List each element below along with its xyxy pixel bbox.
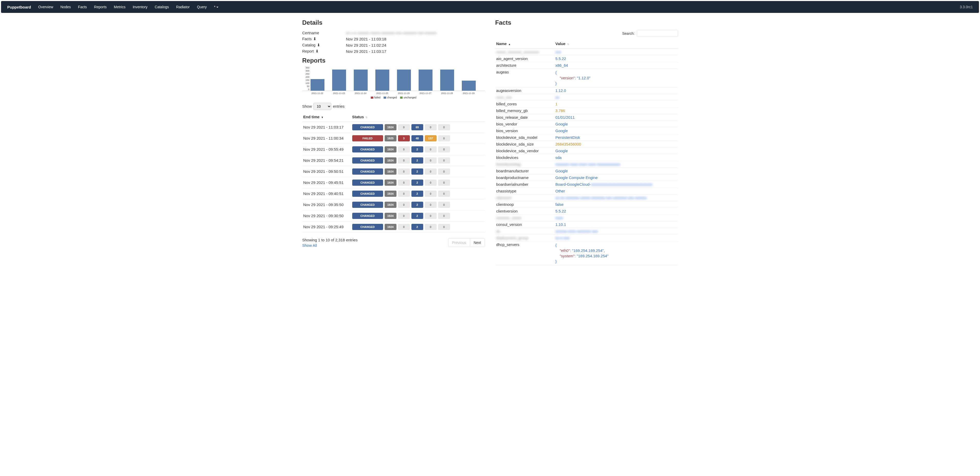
count-badge[interactable]: 1924: [385, 179, 396, 186]
count-badge[interactable]: 0: [438, 135, 450, 141]
fact-value[interactable]: 1.12.0: [554, 87, 678, 94]
chart-bar[interactable]: [462, 81, 476, 91]
fact-value[interactable]: xx: [554, 94, 678, 101]
count-badge[interactable]: 1924: [385, 224, 396, 230]
legend-item[interactable]: unchanged: [400, 96, 417, 99]
chart-bar[interactable]: [332, 70, 346, 91]
fact-value[interactable]: 5.5.22: [554, 55, 678, 62]
count-badge[interactable]: 0: [438, 168, 450, 175]
count-badge[interactable]: 0: [425, 224, 437, 230]
fact-name[interactable]: blockdevice_sda_model: [495, 134, 554, 141]
count-badge[interactable]: 0: [425, 202, 437, 208]
end-time-cell[interactable]: Nov 29 2021 - 09:35:50: [302, 199, 351, 210]
count-badge[interactable]: 0: [425, 157, 437, 164]
nav-catalogs[interactable]: Catalogs: [151, 1, 172, 13]
fact-name[interactable]: dc: [495, 228, 554, 235]
end-time-cell[interactable]: Nov 29 2021 - 09:25:49: [302, 221, 351, 232]
count-badge[interactable]: 1924: [385, 146, 396, 152]
next-button[interactable]: Next: [470, 238, 485, 247]
count-badge[interactable]: 1924: [385, 213, 396, 219]
fact-value[interactable]: xxxx: [554, 214, 678, 221]
count-badge[interactable]: 3: [398, 135, 410, 141]
fact-name[interactable]: billed_memory_gb: [495, 107, 554, 114]
end-time-cell[interactable]: Nov 29 2021 - 09:45:51: [302, 177, 351, 188]
count-badge[interactable]: 2: [411, 168, 423, 175]
fact-name[interactable]: clientversion: [495, 208, 554, 214]
fact-value[interactable]: sda: [554, 154, 678, 161]
fact-name[interactable]: xxxx_xxx: [495, 94, 554, 101]
fact-value[interactable]: Google: [554, 121, 678, 128]
fact-value[interactable]: 1.10.1: [554, 221, 678, 228]
col-fact-value[interactable]: Value⇅: [554, 39, 678, 49]
fact-name[interactable]: dhcp_servers: [495, 241, 554, 265]
count-badge[interactable]: 0: [425, 213, 437, 219]
fact-name[interactable]: blockdevices: [495, 154, 554, 161]
fact-value[interactable]: xxxxxxx-xxxx-xxxx-xxxx-xxxxxxxxxxxx: [554, 161, 678, 168]
count-badge[interactable]: 1924: [385, 168, 396, 175]
fact-value[interactable]: { "version": "1.12.0" }: [554, 69, 678, 87]
count-badge[interactable]: 2: [411, 202, 423, 208]
nav-radiator[interactable]: Radiator: [173, 1, 194, 13]
count-badge[interactable]: 0: [398, 191, 410, 197]
status-badge[interactable]: CHANGED: [352, 191, 383, 197]
count-badge[interactable]: 0: [438, 191, 450, 197]
count-badge[interactable]: 1924: [385, 191, 396, 197]
fact-value[interactable]: 5.5.22: [554, 208, 678, 214]
status-badge[interactable]: CHANGED: [352, 124, 383, 130]
fact-name[interactable]: chassistype: [495, 188, 554, 195]
fact-value[interactable]: xx-xx-xxxxxxx-xxxxx-xxxxxxx-xxx-xxxxxxx-…: [554, 195, 678, 201]
fact-name[interactable]: blockdevice_sda_size: [495, 141, 554, 148]
chart-bar[interactable]: [418, 70, 433, 91]
fact-name[interactable]: xxxxx_xxxxxxx_xxxxxxxx: [495, 49, 554, 55]
count-badge[interactable]: 69: [411, 124, 423, 130]
nav-nodes[interactable]: Nodes: [57, 1, 74, 13]
count-badge[interactable]: 0: [398, 202, 410, 208]
count-badge[interactable]: 0: [438, 157, 450, 164]
fact-value[interactable]: Google: [554, 148, 678, 154]
fact-value[interactable]: xx-x-xxx: [554, 235, 678, 241]
status-badge[interactable]: CHANGED: [352, 146, 383, 152]
fact-value[interactable]: 268435456000: [554, 141, 678, 148]
fact-value[interactable]: Board-GoogleCloud-xxxxxxxxxxxxxxxxxxxxxx…: [554, 181, 678, 188]
download-icon[interactable]: ⬇: [315, 49, 319, 54]
chart-bar[interactable]: [354, 70, 368, 91]
nav-inventory[interactable]: Inventory: [129, 1, 151, 13]
brand[interactable]: Puppetboard: [3, 5, 35, 9]
end-time-cell[interactable]: Nov 29 2021 - 11:03:17: [302, 121, 351, 133]
fact-name[interactable]: consul_version: [495, 221, 554, 228]
count-badge[interactable]: 0: [398, 179, 410, 186]
fact-value[interactable]: Google Compute Engine: [554, 174, 678, 181]
count-badge[interactable]: 2: [411, 191, 423, 197]
count-badge[interactable]: 1924: [385, 202, 396, 208]
count-badge[interactable]: 0: [398, 224, 410, 230]
fact-value[interactable]: false: [554, 201, 678, 208]
fact-name[interactable]: xxxxxxx_xxxxx: [495, 214, 554, 221]
fact-name[interactable]: augeas: [495, 69, 554, 87]
fact-name[interactable]: architecture: [495, 62, 554, 69]
count-badge[interactable]: 48: [411, 135, 423, 141]
status-badge[interactable]: CHANGED: [352, 202, 383, 208]
end-time-cell[interactable]: Nov 29 2021 - 09:50:51: [302, 166, 351, 177]
nav-facts[interactable]: Facts: [74, 1, 90, 13]
fact-name[interactable]: boardserialnumber: [495, 181, 554, 188]
col-end-time[interactable]: End time▼: [302, 113, 351, 122]
end-time-cell[interactable]: Nov 29 2021 - 09:40:51: [302, 188, 351, 199]
fact-value[interactable]: Google: [554, 168, 678, 174]
end-time-cell[interactable]: Nov 29 2021 - 09:55:49: [302, 144, 351, 155]
count-badge[interactable]: 0: [438, 202, 450, 208]
chart-bar[interactable]: [375, 70, 389, 91]
fact-value[interactable]: 3.786: [554, 107, 678, 114]
count-badge[interactable]: 0: [398, 146, 410, 152]
count-badge[interactable]: 0: [398, 157, 410, 164]
count-badge[interactable]: 0: [425, 168, 437, 175]
status-badge[interactable]: CHANGED: [352, 213, 383, 219]
fact-name[interactable]: boardmanufacturer: [495, 168, 554, 174]
count-badge[interactable]: 0: [438, 179, 450, 186]
chart-bar[interactable]: [310, 79, 325, 91]
count-badge[interactable]: 0: [425, 124, 437, 130]
count-badge[interactable]: 1924: [385, 124, 396, 130]
fact-value[interactable]: 01/01/2011: [554, 114, 678, 121]
status-badge[interactable]: FAILED: [352, 135, 383, 141]
legend-item[interactable]: changed: [383, 96, 397, 99]
end-time-cell[interactable]: Nov 29 2021 - 09:54:21: [302, 155, 351, 166]
